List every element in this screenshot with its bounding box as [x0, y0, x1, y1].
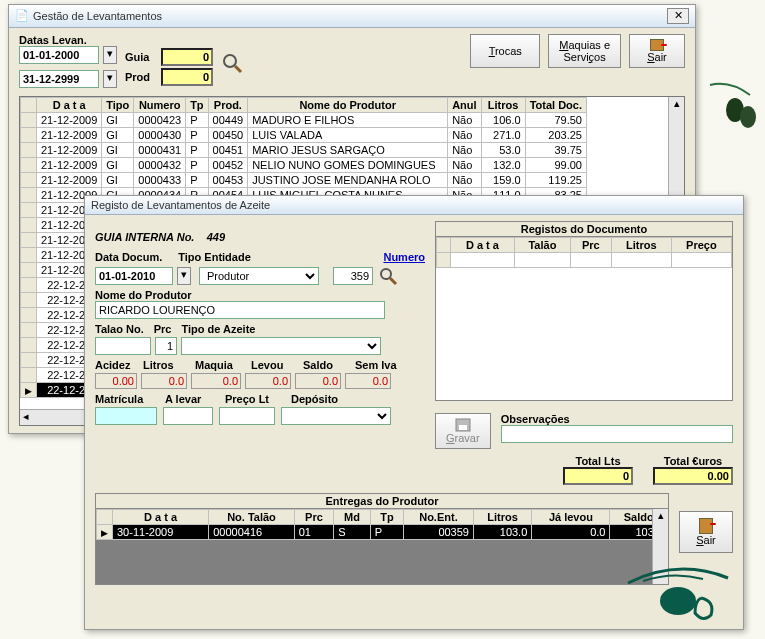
svg-point-8 [660, 587, 696, 615]
acidez-label: Acidez [95, 359, 143, 371]
guia-label: Guia [125, 51, 157, 63]
table-row-selected[interactable]: 30-11-20090000041601SP00359103.00.0103.0 [97, 525, 668, 540]
tipo-entidade-label: Tipo Entidade [178, 251, 251, 263]
dropdown-icon[interactable]: ▾ [177, 267, 191, 285]
data-docum-label: Data Docum. [95, 251, 162, 263]
levou-field [245, 373, 291, 389]
col-header[interactable]: D a t a [113, 510, 209, 525]
litros-label: Litros [143, 359, 195, 371]
maquia-label: Maquia [195, 359, 251, 371]
col-header[interactable]: Preço [671, 238, 731, 253]
exit-icon [650, 39, 664, 51]
data-docum-input[interactable] [95, 267, 173, 285]
saldo-field [295, 373, 341, 389]
sair-button[interactable]: Sair [679, 511, 733, 553]
svg-line-3 [235, 66, 241, 72]
semiva-label: Sem Iva [355, 359, 397, 371]
gravar-button[interactable]: Gravar [435, 413, 491, 449]
col-header[interactable]: No. Talão [209, 510, 294, 525]
col-header[interactable]: Talão [514, 238, 570, 253]
table-row[interactable]: 21-12-2009GI0000430P00450LUIS VALADANão2… [21, 128, 587, 143]
matricula-label: Matrícula [95, 393, 165, 405]
precolt-label: Preço Lt [225, 393, 291, 405]
levou-label: Levou [251, 359, 303, 371]
col-header[interactable]: No.Ent. [403, 510, 473, 525]
date-to-input[interactable] [19, 70, 99, 88]
col-header[interactable]: Prc [571, 238, 612, 253]
observacoes-label: Observações [501, 413, 733, 425]
col-header[interactable]: Anul [448, 98, 481, 113]
save-icon [455, 418, 471, 432]
numero-label[interactable]: Numero [383, 251, 425, 263]
col-header[interactable]: Litros [481, 98, 525, 113]
entregas-produtor-panel: Entregas do Produtor D a t aNo. TalãoPrc… [95, 493, 669, 585]
svg-point-2 [224, 55, 236, 67]
svg-point-4 [381, 269, 391, 279]
prod-input[interactable] [161, 68, 213, 86]
sair-button[interactable]: Sair [629, 34, 685, 68]
maquias-button[interactable]: Maquias eServiços [548, 34, 621, 68]
dropdown-icon[interactable]: ▾ [103, 46, 117, 64]
col-header[interactable]: Tipo [102, 98, 134, 113]
search-icon[interactable] [377, 265, 399, 287]
svg-rect-7 [459, 425, 467, 430]
window1-title: Gestão de Levantamentos [33, 10, 663, 22]
exit-icon [699, 518, 713, 534]
tipo-azeite-select[interactable] [181, 337, 381, 355]
saldo-label: Saldo [303, 359, 355, 371]
col-header[interactable]: Total Doc. [525, 98, 586, 113]
guia-title: GUIA INTERNA No. [95, 231, 194, 243]
guia-input[interactable] [161, 48, 213, 66]
entregas-produtor-title: Entregas do Produtor [96, 494, 668, 509]
alevar-input[interactable] [163, 407, 213, 425]
date-from-input[interactable] [19, 46, 99, 64]
entregas-table[interactable]: D a t aNo. TalãoPrcMdTpNo.Ent.LitrosJá l… [96, 509, 668, 540]
col-header[interactable]: D a t a [37, 98, 102, 113]
semiva-field [345, 373, 391, 389]
col-header[interactable]: Tp [370, 510, 403, 525]
col-header[interactable]: D a t a [451, 238, 515, 253]
col-header[interactable]: Tp [186, 98, 208, 113]
observacoes-input[interactable] [501, 425, 733, 443]
numero-input[interactable] [333, 267, 373, 285]
col-header[interactable]: Numero [134, 98, 186, 113]
prc-input[interactable] [155, 337, 177, 355]
window-registo-levantamentos: Registo de Levantamentos de Azeite GUIA … [84, 195, 744, 630]
table-row[interactable]: 21-12-2009GI0000432P00452NELIO NUNO GOME… [21, 158, 587, 173]
matricula-input[interactable] [95, 407, 157, 425]
nome-produtor-input[interactable] [95, 301, 385, 319]
col-header[interactable]: Md [334, 510, 371, 525]
talao-no-input[interactable] [95, 337, 151, 355]
olive-logo [623, 553, 733, 623]
maquia-field [191, 373, 241, 389]
deposito-label: Depósito [291, 393, 338, 405]
col-header[interactable]: Prc [294, 510, 333, 525]
total-lts-field [563, 467, 633, 485]
deposito-select[interactable] [281, 407, 391, 425]
table-row[interactable]: 21-12-2009GI0000433P00453JUSTINO JOSE ME… [21, 173, 587, 188]
precolt-input[interactable] [219, 407, 275, 425]
registos-documento-table[interactable]: D a t aTalãoPrcLitrosPreço [436, 237, 732, 268]
registos-documento-title: Registos do Documento [436, 222, 732, 237]
svg-line-5 [390, 278, 396, 284]
olive-decoration [700, 75, 760, 145]
dropdown-icon[interactable]: ▾ [103, 70, 117, 88]
close-button[interactable]: ✕ [667, 8, 689, 24]
app-icon: 📄 [15, 9, 29, 23]
guia-number: 449 [207, 231, 225, 243]
search-icon[interactable] [221, 52, 243, 74]
col-header[interactable]: Nome do Produtor [248, 98, 448, 113]
total-euros-field [653, 467, 733, 485]
tipo-entidade-select[interactable]: Produtor [199, 267, 319, 285]
svg-point-1 [740, 106, 756, 128]
col-header[interactable]: Litros [611, 238, 671, 253]
prc-label: Prc [154, 323, 172, 335]
col-header[interactable]: Litros [473, 510, 531, 525]
table-row[interactable]: 21-12-2009GI0000431P00451MARIO JESUS SAR… [21, 143, 587, 158]
window2-title: Registo de Levantamentos de Azeite [91, 199, 737, 211]
table-row[interactable]: 21-12-2009GI0000423P00449MADURO E FILHOS… [21, 113, 587, 128]
talao-no-label: Talao No. [95, 323, 144, 335]
trocas-button[interactable]: TTrocasrocas [470, 34, 540, 68]
col-header[interactable]: Já levou [532, 510, 610, 525]
col-header[interactable]: Prod. [208, 98, 248, 113]
